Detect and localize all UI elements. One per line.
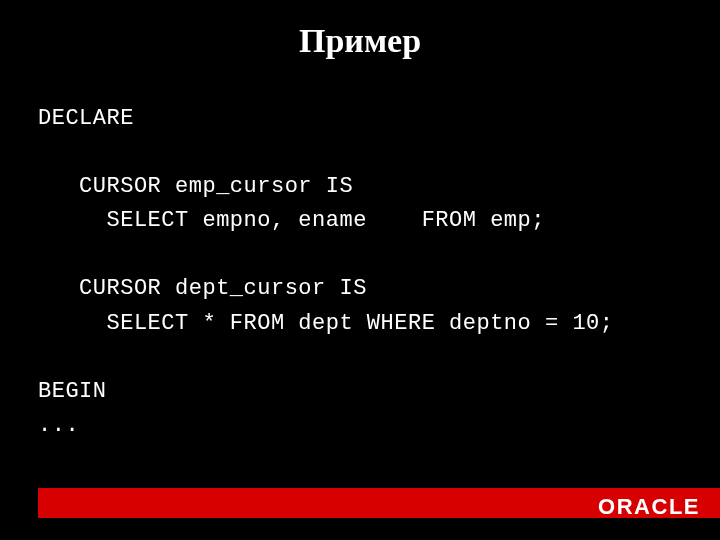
oracle-logo: ORACLE (598, 494, 700, 520)
slide-title: Пример (0, 0, 720, 60)
slide: Пример DECLARE CURSOR emp_cursor IS SELE… (0, 0, 720, 540)
code-block: DECLARE CURSOR emp_cursor IS SELECT empn… (0, 60, 720, 443)
